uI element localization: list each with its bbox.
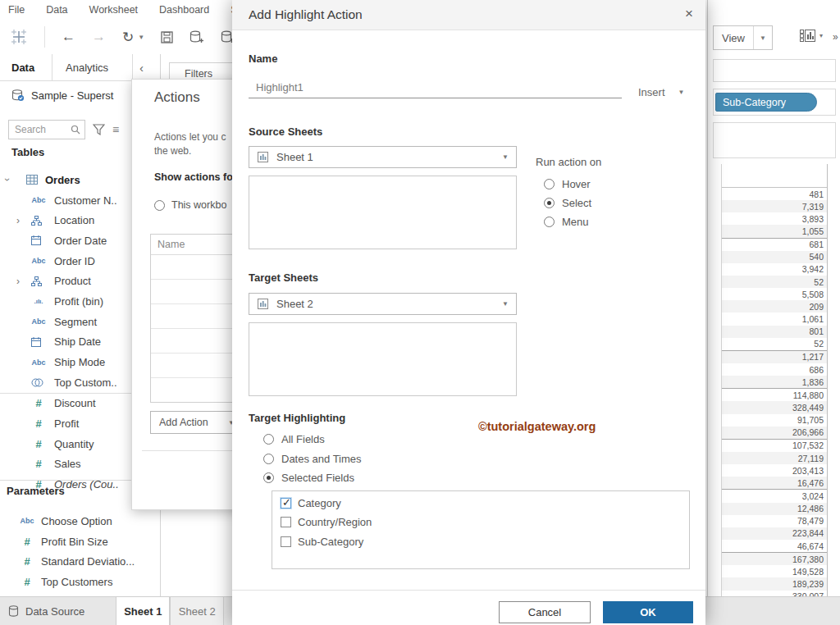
crosstab-values: 481 7,319 3,893 1,055 681 540 3,942 52 5… <box>721 164 828 603</box>
table-value: 3,024 <box>722 490 827 502</box>
back-icon[interactable]: ← <box>62 29 75 45</box>
table-value: 540 <box>722 251 827 263</box>
number-icon: # <box>31 417 46 430</box>
table-value: 91,705 <box>722 414 827 427</box>
table-value: 114,880 <box>722 389 827 401</box>
table-value: 16,476 <box>722 477 827 490</box>
table-value: 801 <box>722 326 827 338</box>
table-value: 481 <box>722 188 827 200</box>
field-label: Ship Date <box>54 335 101 348</box>
table-value: 167,380 <box>722 553 827 565</box>
show-me-icon <box>800 30 815 42</box>
database-check-icon <box>11 89 25 102</box>
highlight-option-selected-fields[interactable]: Selected Fields <box>263 472 354 484</box>
run-option-select[interactable]: Select <box>544 197 591 209</box>
ok-button[interactable]: OK <box>603 601 693 623</box>
filter-fields-icon[interactable] <box>93 124 105 135</box>
menu-worksheet[interactable]: Worksheet <box>89 4 139 16</box>
target-sheets-listbox[interactable] <box>249 322 517 396</box>
checkbox-country-region[interactable]: Country/Region <box>281 516 372 528</box>
collapse-pane-icon[interactable]: ‹ <box>139 61 144 75</box>
chevron-right-icon[interactable]: › <box>16 215 20 226</box>
view-dropdown-button[interactable]: View ▼ <box>713 25 773 50</box>
forward-icon[interactable]: → <box>92 29 106 45</box>
replay-button[interactable]: ↻ ▼ <box>122 29 144 46</box>
data-source-label: Data Source <box>25 605 84 618</box>
parameters-list: Abc Choose Option # Profit Bin Size # St… <box>0 511 160 592</box>
worksheet-strip: View ▼ ▾ » Sub-Category <box>707 0 840 597</box>
tableau-logo-icon[interactable] <box>10 28 28 46</box>
add-action-label: Add Action <box>159 417 208 428</box>
show-me-button[interactable]: ▾ <box>800 30 823 42</box>
highlight-option-dates-times[interactable]: Dates and Times <box>263 453 362 465</box>
run-option-menu[interactable]: Menu <box>544 216 589 228</box>
new-datasource-icon[interactable] <box>189 30 204 43</box>
caret-down-icon: ▼ <box>502 300 509 308</box>
table-icon <box>26 175 41 185</box>
parameter-standard-deviation[interactable]: # Standard Deviatio... <box>0 551 160 572</box>
name-input[interactable]: Highlight1 <box>249 77 622 98</box>
rows-shelf[interactable]: Sub-Category <box>713 89 836 116</box>
insert-label: Insert <box>638 86 665 98</box>
radio-icon <box>154 200 165 211</box>
target-sheet-dropdown[interactable]: Sheet 2 ▼ <box>249 293 517 315</box>
this-workbook-radio[interactable]: This workbo <box>154 199 226 211</box>
menu-data[interactable]: Data <box>46 4 67 16</box>
close-icon[interactable]: × <box>685 6 693 22</box>
pane-tabs: Data Analytics ‹ <box>0 54 160 81</box>
insert-dropdown[interactable]: Insert ▼ <box>638 86 684 98</box>
field-label: Top Custom.. <box>54 376 117 389</box>
sheet-icon <box>258 299 268 309</box>
table-value: 203,413 <box>722 464 827 477</box>
chevron-right-icon[interactable]: › <box>16 276 20 287</box>
field-label: Ship Mode <box>54 356 105 368</box>
source-sheet-dropdown[interactable]: Sheet 1 ▼ <box>249 146 517 168</box>
run-option-hover[interactable]: Hover <box>544 178 591 190</box>
dialog-footer-divider <box>232 590 705 591</box>
checkbox-sub-category[interactable]: Sub-Category <box>281 536 363 548</box>
columns-shelf[interactable] <box>713 59 836 82</box>
cancel-button[interactable]: Cancel <box>499 601 591 623</box>
filters-shelf[interactable] <box>713 122 836 158</box>
table-value: 149,528 <box>722 565 827 577</box>
search-placeholder: Search <box>15 124 46 135</box>
datasource-name: Sample - Superst <box>31 89 113 102</box>
source-sheets-listbox[interactable] <box>249 176 517 249</box>
data-source-tab[interactable]: Data Source <box>0 597 104 625</box>
parameter-top-customers[interactable]: # Top Customers <box>0 572 160 592</box>
run-action-on-label: Run action on <box>536 156 601 168</box>
parameter-profit-bin-size[interactable]: # Profit Bin Size <box>0 531 160 552</box>
table-value: 12,486 <box>722 503 827 515</box>
highlight-option-label: Selected Fields <box>281 472 354 484</box>
field-label: Profit (bin) <box>54 295 103 308</box>
tab-analytics[interactable]: Analytics <box>52 54 133 80</box>
tab-data[interactable]: Data <box>0 54 52 80</box>
tab-sheet-2[interactable]: Sheet 2 <box>170 597 224 625</box>
parameter-choose-option[interactable]: Abc Choose Option <box>0 511 160 531</box>
field-label: Order ID <box>54 255 95 267</box>
radio-icon <box>544 217 555 227</box>
number-icon: # <box>20 576 34 588</box>
highlight-option-all-fields[interactable]: All Fields <box>263 433 325 445</box>
field-label: Sales <box>54 458 81 470</box>
parameter-label: Profit Bin Size <box>41 536 108 548</box>
target-sheet-value: Sheet 2 <box>276 298 502 310</box>
table-value: 27,119 <box>722 452 827 464</box>
menu-dashboard[interactable]: Dashboard <box>159 4 209 16</box>
number-icon: # <box>31 458 46 470</box>
search-input[interactable]: Search <box>8 120 85 139</box>
radio-selected-icon <box>263 472 274 483</box>
tab-sheet-1[interactable]: Sheet 1 <box>116 597 170 625</box>
table-value: 223,844 <box>722 527 827 540</box>
chevron-down-icon[interactable]: › <box>2 178 13 181</box>
save-icon[interactable] <box>161 31 173 43</box>
view-options-icon[interactable]: ≡ <box>112 123 119 136</box>
menu-file[interactable]: File <box>8 4 25 16</box>
checkbox-category[interactable]: Category <box>281 497 341 509</box>
sub-category-pill[interactable]: Sub-Category <box>715 93 817 112</box>
table-value: 209 <box>722 300 827 312</box>
toolbar-overflow-icon[interactable]: » <box>833 31 838 43</box>
parameter-label: Top Customers <box>41 576 112 588</box>
add-action-button[interactable]: Add Action ▼ <box>150 411 242 434</box>
toolbar-divider <box>44 26 45 48</box>
